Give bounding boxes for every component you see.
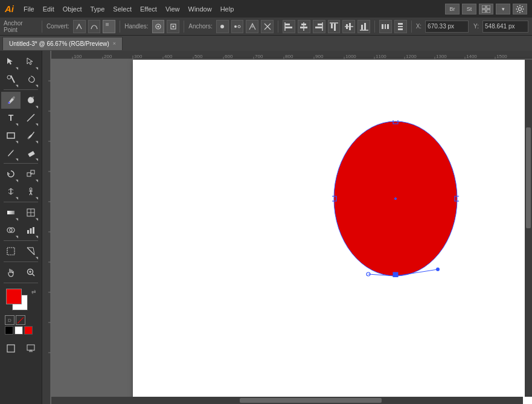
paintbrush-tool[interactable] [21,127,40,144]
menu-effect[interactable]: Effect [136,4,161,14]
v-scrollbar-thumb[interactable] [526,127,531,228]
distribute-v[interactable] [394,20,407,33]
sep6 [411,21,412,33]
y-coord-input[interactable] [482,21,528,33]
artboard-tool[interactable] [1,243,21,260]
svg-rect-64 [7,211,14,214]
blob-brush-tool[interactable] [21,92,40,109]
handles-btn-1[interactable] [152,20,165,33]
mesh-tool[interactable] [21,204,40,221]
workspace-switcher[interactable] [479,4,493,14]
stock-icon-btn[interactable]: St [462,4,476,14]
gradient-tool[interactable] [1,204,21,221]
fill-color-box[interactable] [6,289,22,304]
divider-3 [4,202,38,202]
convert-btn-3[interactable] [103,20,115,33]
selection-tool[interactable] [1,53,21,70]
menu-object[interactable]: Object [59,4,86,14]
x-coord-label: X: [416,23,421,30]
menu-select[interactable]: Select [109,4,135,14]
svg-rect-0 [482,5,486,8]
divider-2 [4,163,38,164]
svg-rect-128 [393,272,398,277]
distribute-h[interactable] [379,20,392,33]
pencil-tool[interactable] [1,144,21,161]
align-bottom[interactable] [357,20,370,33]
svg-rect-1 [487,5,490,8]
swatch-row [5,326,39,335]
bridge-icon-btn[interactable]: Br [445,4,460,14]
menu-bar: File Edit Object Type Select Effect View… [20,4,237,14]
svg-rect-78 [7,345,14,352]
line-tool[interactable] [21,109,40,126]
rectangle-tool[interactable] [1,127,21,144]
svg-rect-43 [385,24,386,29]
sep5 [374,21,375,33]
zoom-tool[interactable] [21,264,40,281]
vertical-scrollbar[interactable] [525,60,532,397]
workspace-dropdown[interactable]: ▾ [496,4,510,14]
svg-point-6 [519,11,521,13]
rotate-tool[interactable] [1,165,21,182]
chart-tool[interactable] [21,222,40,239]
direct-selection-tool[interactable] [21,53,40,70]
draw-mode-btn[interactable] [1,340,21,357]
puppet-warp-tool[interactable] [21,183,40,200]
h-scrollbar-thumb[interactable] [240,398,381,403]
anchors-btn-3[interactable] [246,20,258,33]
anchors-btn-4[interactable] [261,20,274,33]
divider-1 [4,89,38,90]
menu-help[interactable]: Help [217,4,238,14]
align-left[interactable] [283,20,295,33]
settings-icon-btn[interactable] [513,4,527,14]
default-colors-icon[interactable]: D [5,315,14,325]
align-center-v[interactable] [342,20,355,33]
black-swatch[interactable] [5,326,13,335]
hand-tool[interactable] [1,264,21,281]
type-tool[interactable]: T [1,109,21,126]
x-coord-input[interactable] [425,21,469,33]
color-mini-icons: D [5,315,39,325]
hand-zoom-row [1,264,40,281]
menu-window[interactable]: Window [185,4,216,14]
anchors-btn-1[interactable] [216,20,229,33]
svg-text:100: 100 [74,54,82,59]
pen-tool[interactable] [1,92,21,109]
title-bar: Ai File Edit Object Type Select Effect V… [0,0,532,18]
anchors-btn-2[interactable] [231,20,244,33]
screen-mode-btn[interactable] [21,340,40,357]
gradient-row [1,204,40,221]
shape-builder-tool[interactable] [1,222,21,239]
align-right[interactable] [313,20,325,33]
menu-view[interactable]: View [162,4,184,14]
horizontal-scrollbar[interactable] [51,397,523,404]
document-tab[interactable]: Untitled-3* @ 66.67% (RGB/Preview) × [2,37,123,50]
scale-tool[interactable] [21,165,40,182]
handles-btn-2[interactable] [167,20,179,33]
lasso-tool[interactable] [21,71,40,88]
eraser-tool[interactable] [21,144,40,161]
svg-point-9 [517,6,518,7]
warp-row [1,183,40,200]
menu-type[interactable]: Type [87,4,109,14]
width-tool[interactable] [1,183,21,200]
artboard [133,60,532,404]
white-swatch[interactable] [14,326,23,335]
swap-colors-icon[interactable]: ⇄ [31,289,36,295]
menu-file[interactable]: File [20,4,38,14]
convert-btn-2[interactable] [88,20,101,33]
none-fill-icon[interactable] [16,315,25,325]
menu-edit[interactable]: Edit [39,4,58,14]
tab-close-btn[interactable]: × [113,40,116,46]
align-top[interactable] [328,20,341,33]
svg-text:800: 800 [285,54,293,59]
convert-btn-1[interactable] [73,20,86,33]
svg-rect-73 [7,248,14,255]
red-swatch[interactable] [24,326,33,335]
svg-rect-33 [331,24,333,28]
sep1 [42,21,42,33]
slice-tool[interactable] [21,243,40,260]
magic-wand-tool[interactable] [1,71,21,88]
svg-rect-52 [7,133,14,138]
align-center-h[interactable] [298,20,310,33]
